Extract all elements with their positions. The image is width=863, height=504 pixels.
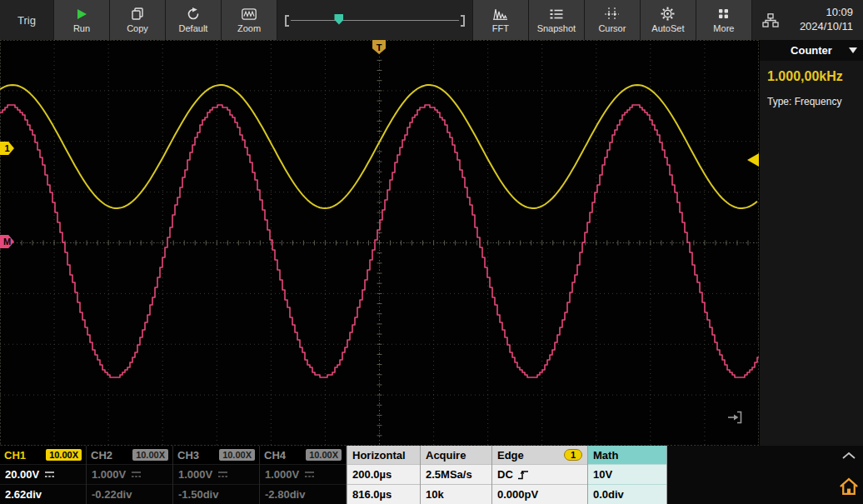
copy-button[interactable]: Copy <box>109 0 165 40</box>
statusbar-spacer <box>667 446 835 504</box>
more-grid-icon <box>717 7 730 21</box>
ch2-offset-value: -0.22div <box>92 488 132 501</box>
math-label: Math <box>588 446 666 464</box>
copy-icon <box>132 7 144 21</box>
waveform-display[interactable]: T 1 M <box>0 40 759 446</box>
play-icon <box>77 7 87 21</box>
date-text: 2024/10/11 <box>800 20 853 34</box>
math-scale-value: 10V <box>588 464 666 484</box>
trigger-level-value: 0.000pV <box>492 484 587 504</box>
ch4-probe-badge: 10.00X <box>306 449 342 461</box>
more-label: More <box>713 23 734 33</box>
counter-value: 1.000,00kHz <box>760 61 863 84</box>
trigger-header: Edge 1 <box>492 446 587 464</box>
time-text: 10:09 <box>826 6 853 20</box>
zoom-button[interactable]: Zoom <box>221 0 277 40</box>
snapshot-list-icon <box>550 7 563 21</box>
copy-label: Copy <box>127 23 148 33</box>
math-offset-value: 0.0div <box>588 484 666 504</box>
ch2-scale-value: 1.000V <box>92 468 126 481</box>
more-button[interactable]: More <box>696 0 751 40</box>
cursor-label: Cursor <box>598 23 626 33</box>
counter-panel: Counter 1.000,00kHz Type: Frequency <box>759 40 863 446</box>
ch2-scale-row: 1.000V <box>87 464 172 484</box>
counter-type: Type: Frequency <box>760 84 863 107</box>
ch3-offset-row: -1.50div <box>173 484 259 504</box>
hpos-track <box>291 20 459 21</box>
main-area: T 1 M Counter 1.000,00kHz Type: Frequenc… <box>0 40 863 446</box>
fft-icon <box>493 7 507 21</box>
snapshot-button[interactable]: Snapshot <box>528 0 584 40</box>
ch3-header: CH3 10.00X <box>173 446 259 464</box>
top-toolbar: Trig Run Copy Default Zoom <box>0 0 863 40</box>
autoset-label: AutoSet <box>651 23 684 33</box>
horizontal-label: Horizontal <box>347 446 420 464</box>
ch2-status-block[interactable]: CH2 10.00X 1.000V -0.22div <box>87 446 173 504</box>
collapse-panel-button[interactable] <box>835 446 863 466</box>
run-button[interactable]: Run <box>53 0 109 40</box>
trigger-type-label: Edge <box>497 449 524 462</box>
zoom-label: Zoom <box>237 23 261 33</box>
dc-coupling-icon <box>217 471 228 478</box>
math-status-block[interactable]: Math 10V 0.0div <box>587 446 667 504</box>
hpos-left-bracket <box>285 15 289 27</box>
ch3-scale-value: 1.000V <box>178 468 212 481</box>
ch4-offset-value: -2.80div <box>265 488 305 501</box>
ch4-status-block[interactable]: CH4 10.00X 1.000V -2.80div <box>260 446 347 504</box>
statusbar-corner <box>835 446 863 504</box>
ch1-status-block[interactable]: CH1 10.00X 20.00V 2.62div <box>0 446 87 504</box>
autoset-button[interactable]: AutoSet <box>640 0 696 40</box>
network-icon[interactable] <box>751 0 790 40</box>
counter-title: Counter <box>791 44 832 57</box>
zoom-wave-icon <box>242 7 257 21</box>
ch2-probe-badge: 10.00X <box>132 449 168 461</box>
horizontal-status-block[interactable]: Horizontal 200.0µs 816.0µs <box>347 446 420 504</box>
ch1-label: CH1 <box>4 449 26 462</box>
snapshot-label: Snapshot <box>537 23 576 33</box>
ch3-scale-row: 1.000V <box>173 464 259 484</box>
hpos-right-bracket <box>461 15 465 27</box>
acquire-status-block[interactable]: Acquire 2.5MSa/s 10k <box>420 446 491 504</box>
ch3-status-block[interactable]: CH3 10.00X 1.000V -1.50div <box>173 446 260 504</box>
default-button[interactable]: Default <box>165 0 221 40</box>
autoset-gear-icon <box>661 7 675 21</box>
trigger-coupling-value: DC <box>497 468 513 481</box>
ch1-scale-value: 20.00V <box>5 468 39 481</box>
horizontal-position-indicator[interactable] <box>277 0 472 40</box>
oscilloscope-screen: Trig Run Copy Default Zoom <box>0 0 863 504</box>
ch1-scale-row: 20.00V <box>0 464 86 484</box>
default-label: Default <box>179 23 208 33</box>
trigger-coupling-row: DC <box>492 464 587 484</box>
ch1-header: CH1 10.00X <box>0 446 86 464</box>
ch4-label: CH4 <box>264 449 286 462</box>
run-label: Run <box>73 23 90 33</box>
timebase-value: 200.0µs <box>347 464 420 484</box>
dc-coupling-icon <box>304 471 315 478</box>
ch3-label: CH3 <box>177 449 199 462</box>
trigger-status-block[interactable]: Edge 1 DC 0.000pV <box>491 446 587 504</box>
ch2-label: CH2 <box>91 449 112 462</box>
fft-button[interactable]: FFT <box>472 0 528 40</box>
trig-status-label: Trig <box>0 0 53 40</box>
ch1-offset-value: 2.62div <box>5 488 42 501</box>
counter-header[interactable]: Counter <box>760 40 863 61</box>
acquire-label: Acquire <box>421 446 491 464</box>
clock: 10:09 2024/10/11 <box>790 0 863 40</box>
fft-label: FFT <box>492 23 509 33</box>
chevron-down-icon <box>849 47 857 53</box>
cursor-button[interactable]: Cursor <box>584 0 640 40</box>
ch2-header: CH2 10.00X <box>87 446 172 464</box>
home-button[interactable] <box>835 469 863 504</box>
ch1-offset-row: 2.62div <box>0 484 86 504</box>
dc-coupling-icon <box>131 471 142 478</box>
ch4-offset-row: -2.80div <box>260 484 346 504</box>
ch3-offset-value: -1.50div <box>178 488 218 501</box>
rising-edge-icon <box>517 470 529 480</box>
restore-default-icon <box>187 7 200 21</box>
ch3-probe-badge: 10.00X <box>219 449 255 461</box>
force-trigger-icon[interactable] <box>727 411 742 427</box>
ch4-scale-value: 1.000V <box>265 468 299 481</box>
horizontal-delay-value: 816.0µs <box>347 484 420 504</box>
trigger-position-slider[interactable] <box>334 14 343 25</box>
cursor-cross-icon <box>605 7 619 21</box>
